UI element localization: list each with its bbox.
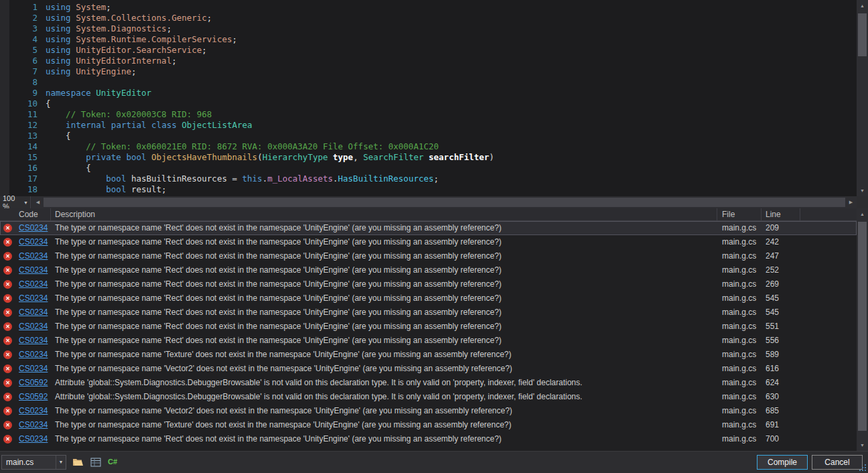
error-file: main.g.cs bbox=[717, 249, 762, 263]
table-row[interactable]: ✕CS0592Attribute 'global::System.Diagnos… bbox=[0, 390, 857, 404]
error-icon-cell: ✕ bbox=[0, 291, 16, 306]
line-number: 10 bbox=[9, 98, 38, 109]
error-code-link[interactable]: CS0592 bbox=[19, 392, 48, 401]
scroll-down-arrow-icon[interactable]: ▼ bbox=[857, 440, 868, 451]
error-code-link[interactable]: CS0234 bbox=[19, 265, 48, 275]
line-number: 18 bbox=[9, 184, 38, 195]
error-code-cell: CS0234 bbox=[16, 263, 51, 277]
code-line: 9namespace UnityEditor bbox=[9, 88, 857, 98]
code-lines: 1using System;2using System.Collections.… bbox=[9, 2, 857, 196]
code-scrollbar-thumb[interactable] bbox=[858, 13, 867, 56]
scroll-left-arrow-icon[interactable]: ◀ bbox=[32, 196, 44, 208]
scroll-right-arrow-icon[interactable]: ▶ bbox=[845, 196, 857, 208]
code-line-text: private bool ObjectsHaveThumbnails(Hiera… bbox=[46, 152, 494, 163]
error-icon-cell: ✕ bbox=[0, 432, 16, 446]
cancel-button[interactable]: Cancel bbox=[812, 455, 863, 470]
error-code-cell: CS0592 bbox=[16, 390, 51, 404]
error-code-link[interactable]: CS0234 bbox=[19, 434, 48, 444]
code-editor[interactable]: 1using System;2using System.Collections.… bbox=[0, 0, 857, 196]
file-selector-value: main.cs bbox=[2, 458, 56, 467]
error-code-link[interactable]: CS0234 bbox=[19, 406, 48, 415]
error-file: main.g.cs bbox=[717, 362, 762, 376]
table-row[interactable]: ✕CS0234The type or namespace name 'Rect'… bbox=[0, 249, 857, 263]
line-number: 6 bbox=[9, 56, 38, 66]
table-row[interactable]: ✕CS0234The type or namespace name 'Rect'… bbox=[0, 306, 857, 320]
error-code-link[interactable]: CS0234 bbox=[19, 364, 48, 373]
table-row[interactable]: ✕CS0234The type or namespace name 'Rect'… bbox=[0, 235, 857, 249]
column-header-code[interactable]: Code bbox=[0, 208, 51, 220]
error-description: The type or namespace name 'Rect' does n… bbox=[51, 432, 717, 446]
code-horizontal-scrollbar[interactable]: ◀ ▶ bbox=[32, 196, 857, 208]
chevron-down-icon[interactable]: ▼ bbox=[56, 456, 66, 469]
table-row[interactable]: ✕CS0592Attribute 'global::System.Diagnos… bbox=[0, 376, 857, 390]
error-line: 556 bbox=[762, 334, 800, 348]
error-icon: ✕ bbox=[3, 336, 12, 345]
code-line-text: // Token: 0x060021E0 RID: 8672 RVA: 0x00… bbox=[46, 141, 439, 152]
error-code-link[interactable]: CS0234 bbox=[19, 251, 48, 261]
csharp-file-icon[interactable]: C# bbox=[108, 458, 119, 468]
error-code-link[interactable]: CS0234 bbox=[19, 336, 48, 345]
horizontal-scrollbar-thumb[interactable] bbox=[44, 198, 845, 207]
code-line-text: bool result; bbox=[46, 184, 167, 195]
table-row[interactable]: ✕CS0234The type or namespace name 'Rect'… bbox=[0, 277, 857, 291]
table-row[interactable]: ✕CS0234The type or namespace name 'Rect'… bbox=[0, 334, 857, 348]
error-code-link[interactable]: CS0234 bbox=[19, 322, 48, 331]
error-table-body: ✕CS0234The type or namespace name 'Rect'… bbox=[0, 221, 857, 451]
code-vertical-scrollbar[interactable]: ▲ ▼ bbox=[857, 0, 868, 196]
table-row[interactable]: ✕CS0234The type or namespace name 'Rect'… bbox=[0, 320, 857, 334]
table-row[interactable]: ✕CS0234The type or namespace name 'Rect'… bbox=[0, 263, 857, 277]
error-code-link[interactable]: CS0234 bbox=[19, 293, 48, 303]
code-line-text: using UnityEditor.SearchService; bbox=[46, 45, 207, 56]
error-description: The type or namespace name 'Rect' does n… bbox=[51, 291, 717, 306]
error-code-link[interactable]: CS0234 bbox=[19, 308, 48, 317]
error-code-link[interactable]: CS0592 bbox=[19, 378, 48, 387]
zoom-level-select[interactable]: 100 % ▼ bbox=[0, 196, 31, 208]
error-icon-cell: ✕ bbox=[0, 418, 16, 432]
code-line-text: using System.Runtime.CompilerServices; bbox=[46, 34, 237, 45]
line-number: 9 bbox=[9, 88, 38, 98]
table-row[interactable]: ✕CS0234The type or namespace name 'Rect'… bbox=[0, 291, 857, 306]
error-description: The type or namespace name 'Rect' does n… bbox=[51, 277, 717, 291]
error-code-link[interactable]: CS0234 bbox=[19, 279, 48, 289]
line-number: 7 bbox=[9, 66, 38, 77]
line-number: 1 bbox=[9, 2, 38, 13]
error-code-link[interactable]: CS0234 bbox=[19, 223, 48, 232]
chevron-down-icon[interactable]: ▼ bbox=[21, 200, 30, 205]
errors-vertical-scrollbar[interactable]: ▲ ▼ bbox=[857, 208, 868, 451]
compile-button[interactable]: Compile bbox=[757, 455, 808, 470]
table-row[interactable]: ✕CS0234The type or namespace name 'Textu… bbox=[0, 418, 857, 432]
table-row[interactable]: ✕CS0234The type or namespace name 'Rect'… bbox=[0, 432, 857, 446]
code-line-text: { bbox=[46, 163, 91, 174]
details-view-icon[interactable] bbox=[90, 457, 102, 468]
table-row[interactable]: ✕CS0234The type or namespace name 'Vecto… bbox=[0, 404, 857, 418]
error-file: main.g.cs bbox=[717, 348, 762, 362]
error-code-link[interactable]: CS0234 bbox=[19, 420, 48, 429]
errors-scrollbar-thumb[interactable] bbox=[858, 222, 867, 431]
error-line: 589 bbox=[762, 348, 800, 362]
line-number: 15 bbox=[9, 152, 38, 163]
error-file: main.g.cs bbox=[717, 432, 762, 446]
file-selector[interactable]: main.cs ▼ bbox=[1, 455, 66, 470]
scroll-up-arrow-icon[interactable]: ▲ bbox=[857, 208, 868, 220]
table-row[interactable]: ✕CS0234The type or namespace name 'Rect'… bbox=[0, 221, 857, 235]
column-header-file[interactable]: File bbox=[717, 208, 762, 220]
error-code-cell: CS0234 bbox=[16, 249, 51, 263]
open-folder-icon[interactable] bbox=[72, 457, 84, 468]
table-row[interactable]: ✕CS0234The type or namespace name 'Vecto… bbox=[0, 362, 857, 376]
error-code-link[interactable]: CS0234 bbox=[19, 237, 48, 247]
error-code-link[interactable]: CS0234 bbox=[19, 350, 48, 359]
error-icon-cell: ✕ bbox=[0, 221, 16, 235]
error-icon-cell: ✕ bbox=[0, 306, 16, 320]
column-header-line[interactable]: Line bbox=[762, 208, 800, 220]
error-icon-cell: ✕ bbox=[0, 334, 16, 348]
scroll-down-arrow-icon[interactable]: ▼ bbox=[857, 185, 868, 196]
line-number: 8 bbox=[9, 77, 38, 88]
scroll-up-arrow-icon[interactable]: ▲ bbox=[857, 0, 868, 11]
error-code-cell: CS0234 bbox=[16, 432, 51, 446]
error-line: 269 bbox=[762, 277, 800, 291]
resize-grip[interactable] bbox=[859, 464, 866, 471]
column-header-description[interactable]: Description bbox=[51, 208, 717, 220]
error-file: main.g.cs bbox=[717, 390, 762, 404]
table-row[interactable]: ✕CS0234The type or namespace name 'Textu… bbox=[0, 348, 857, 362]
line-number: 14 bbox=[9, 141, 38, 152]
